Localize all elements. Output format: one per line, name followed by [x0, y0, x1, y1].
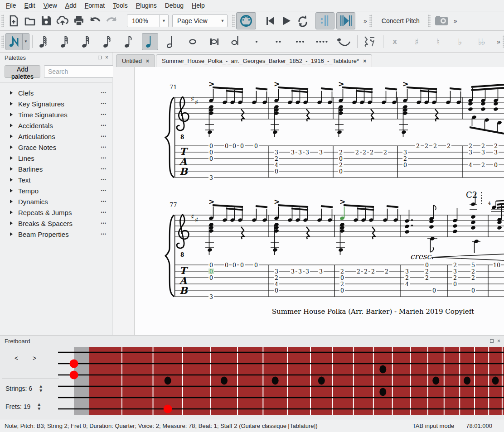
tab-fret-number[interactable]: 0 [453, 281, 457, 288]
augmentation-dot-1[interactable] [248, 34, 265, 49]
palette-item-time-signatures[interactable]: Time Signatures••• [0, 109, 112, 120]
expand-arrow-icon[interactable] [10, 178, 13, 182]
tab-fret-number[interactable]: 4 [275, 281, 278, 288]
toolbar-drag-handle[interactable] [428, 14, 431, 27]
toolbar-overflow-button[interactable]: » [452, 17, 458, 24]
expand-arrow-icon[interactable] [10, 156, 13, 160]
tab-fret-number[interactable]: 0 [240, 262, 244, 269]
palette-more-icon[interactable]: ••• [101, 210, 107, 215]
tab-fret-number[interactable]: 0 [209, 274, 213, 281]
tab-fret-number[interactable]: 2 [433, 143, 437, 149]
close-tab-icon[interactable]: × [363, 58, 366, 64]
tab-fret-number[interactable]: 2 [340, 281, 344, 288]
document-tab[interactable]: Summer_House_Polka_-_arr._Georges_Barker… [156, 54, 372, 67]
tab-fret-number[interactable]: 2 [405, 274, 409, 281]
tab-fret-number[interactable]: 4 [405, 281, 409, 288]
note-input-toggle[interactable] [5, 33, 24, 50]
midi-input-toggle[interactable] [236, 12, 256, 29]
tab-fret-number[interactable]: 0 [233, 262, 236, 269]
palette-more-icon[interactable]: ••• [101, 91, 107, 95]
tab-fret-number[interactable]: 2 [275, 155, 278, 162]
toolbar-drag-handle[interactable] [232, 14, 235, 27]
tab-fret-number[interactable]: 2 [383, 149, 387, 156]
tab-fret-number[interactable]: 3 [481, 149, 485, 156]
tab-fret-number[interactable]: 2 [339, 149, 343, 156]
expand-arrow-icon[interactable] [10, 91, 13, 95]
palette-item-barlines[interactable]: Barlines••• [0, 163, 112, 174]
note-input-dropdown[interactable]: ▼ [22, 33, 29, 50]
palette-more-icon[interactable]: ••• [101, 156, 107, 160]
toolbar-drag-handle[interactable] [369, 14, 372, 27]
tab-fret-number[interactable]: 2 [416, 143, 420, 149]
tab-fret-number[interactable]: 2 [385, 268, 388, 275]
palette-more-icon[interactable]: ••• [101, 123, 107, 128]
tab-fret-number[interactable]: 0 [432, 287, 436, 294]
tab-fret-number[interactable]: 0 [403, 162, 407, 168]
tab-fret-number[interactable]: 5 [471, 262, 475, 269]
palette-item-key-signatures[interactable]: Key Signatures••• [0, 98, 112, 109]
tab-fret-number[interactable]: 3 [453, 268, 457, 275]
tab-fret-number[interactable]: 0 [254, 262, 258, 269]
palette-item-grace-notes[interactable]: Grace Notes••• [0, 142, 112, 153]
tab-fret-number[interactable]: 2 [275, 274, 278, 281]
palette-more-icon[interactable]: ••• [101, 232, 107, 236]
expand-arrow-icon[interactable] [10, 113, 13, 116]
expand-arrow-icon[interactable] [10, 211, 13, 214]
tab-fret-number[interactable]: 2 [370, 149, 373, 156]
tab-fret-number[interactable]: 3 [319, 149, 323, 156]
palette-item-dynamics[interactable]: Dynamics••• [0, 196, 112, 207]
fretboard-canvas[interactable] [0, 336, 504, 419]
tab-fret-number[interactable]: 2 [469, 143, 472, 149]
undo-button[interactable] [87, 13, 103, 29]
score-canvas[interactable]: 718♯♯TAB>00030000>32403333>20202222>3202… [113, 67, 504, 335]
note-half[interactable] [163, 34, 179, 49]
menu-file[interactable]: File [2, 1, 20, 10]
save-button[interactable] [38, 13, 54, 29]
note-breve[interactable] [206, 34, 222, 49]
rewind-button[interactable] [262, 13, 278, 29]
tab-fret-number[interactable]: 0 [233, 143, 236, 149]
expand-arrow-icon[interactable] [10, 200, 13, 203]
float-panel-icon[interactable] [98, 56, 102, 59]
loop-playback-button[interactable] [295, 13, 311, 29]
palette-more-icon[interactable]: ••• [101, 167, 107, 171]
play-repeats-toggle[interactable] [315, 12, 334, 29]
tab-fret-number[interactable]: 2 [357, 268, 360, 275]
augmentation-dot-4[interactable] [314, 34, 330, 49]
expand-arrow-icon[interactable] [10, 124, 13, 127]
tab-fret-number[interactable]: 2 [453, 262, 457, 269]
expand-arrow-icon[interactable] [10, 232, 13, 236]
tab-fret-number[interactable]: 2 [364, 268, 368, 275]
tab-fret-number[interactable]: 3 [305, 268, 309, 275]
tab-fret-number[interactable]: 0 [494, 162, 498, 168]
accidental-sharp-button[interactable]: ♯ [408, 34, 424, 49]
tab-fret-number[interactable]: 3 [469, 149, 472, 156]
palette-item-breaks-spacers[interactable]: Breaks & Spacers••• [0, 218, 112, 229]
open-file-button[interactable] [22, 13, 38, 29]
palette-item-repeats-jumps[interactable]: Repeats & Jumps••• [0, 207, 112, 218]
tab-fret-number[interactable]: 3 [209, 174, 213, 181]
add-palettes-button[interactable]: Add palettes [5, 65, 40, 78]
accidental-natural-button[interactable]: ♮ [430, 34, 446, 49]
palette-item-articulations[interactable]: Articulations••• [0, 131, 112, 142]
palette-item-beam-properties[interactable]: Beam Properties••• [0, 229, 112, 240]
accidental-double-flat-button[interactable]: ♭♭ [473, 34, 489, 49]
tab-fret-number[interactable]: 2 [471, 274, 475, 281]
tab-fret-number[interactable]: 2 [363, 149, 366, 156]
palette-more-icon[interactable]: ••• [101, 145, 107, 149]
image-capture-button[interactable] [432, 13, 451, 29]
document-tab[interactable]: Untitled× [116, 54, 155, 67]
concert-pitch-toggle[interactable]: Concert Pitch [378, 17, 423, 24]
tab-fret-number[interactable]: 3 [298, 149, 302, 156]
tie-button[interactable] [335, 34, 352, 49]
note-16th[interactable] [99, 34, 116, 49]
expand-arrow-icon[interactable] [10, 145, 13, 149]
tab-fret-number[interactable]: 0 [471, 287, 475, 294]
tab-fret-number[interactable]: 10 [493, 262, 500, 269]
palette-item-clefs[interactable]: Clefs••• [0, 87, 112, 98]
palette-item-accidentals[interactable]: Accidentals••• [0, 120, 112, 131]
augmentation-dot-3[interactable] [292, 34, 308, 49]
tab-fret-number[interactable]: 0 [209, 143, 213, 149]
note-eighth[interactable] [121, 34, 137, 49]
menu-add[interactable]: Add [61, 1, 81, 10]
